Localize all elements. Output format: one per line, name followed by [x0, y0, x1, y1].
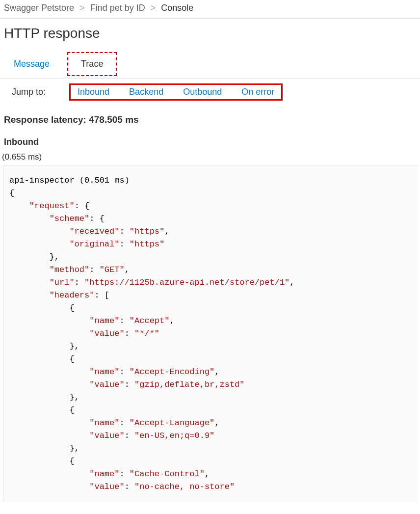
breadcrumb-item-2: Console — [161, 3, 193, 13]
jump-to-row: Jump to: Inbound Backend Outbound On err… — [0, 79, 420, 106]
section-inbound-time: (0.655 ms) — [2, 152, 416, 162]
jump-link-onerror[interactable]: On error — [241, 87, 274, 97]
trace-code-panel: api-inspector (0.501 ms) { "request": { … — [3, 165, 418, 502]
tab-trace[interactable]: Trace — [67, 52, 117, 76]
response-latency-label: Response latency: — [4, 114, 86, 125]
chevron-right-icon: > — [79, 3, 85, 13]
breadcrumb: Swagger Petstore > Find pet by ID > Cons… — [0, 0, 420, 19]
jump-to-label: Jump to: — [12, 87, 46, 97]
jump-to-links: Inbound Backend Outbound On error — [69, 83, 283, 101]
breadcrumb-item-1[interactable]: Find pet by ID — [90, 3, 145, 13]
jump-link-backend[interactable]: Backend — [129, 87, 163, 97]
section-inbound-header: Inbound — [4, 137, 416, 147]
tab-message[interactable]: Message — [12, 56, 52, 72]
chevron-right-icon: > — [151, 3, 156, 13]
jump-link-inbound[interactable]: Inbound — [78, 87, 109, 97]
response-latency: Response latency: 478.505 ms — [4, 114, 416, 125]
tabs: Message Trace — [0, 50, 420, 79]
page-title: HTTP response — [4, 26, 416, 41]
response-latency-value: 478.505 ms — [89, 114, 138, 125]
breadcrumb-item-0[interactable]: Swagger Petstore — [4, 3, 74, 13]
jump-link-outbound[interactable]: Outbound — [183, 87, 222, 97]
